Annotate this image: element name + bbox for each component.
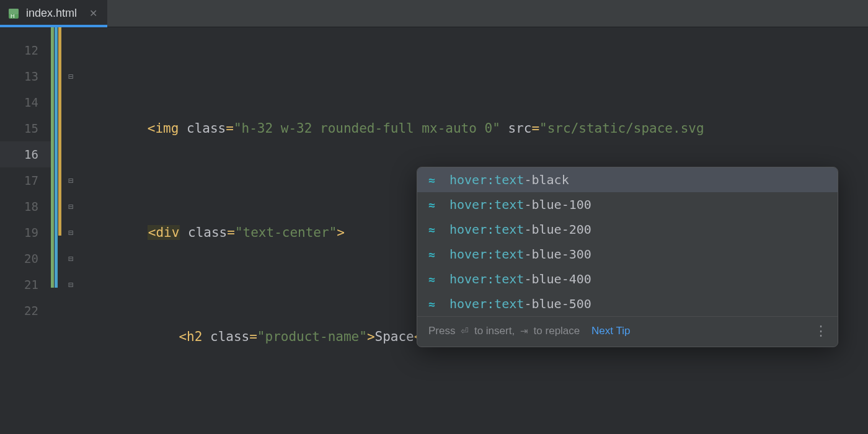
tab-key-icon: ⇥ xyxy=(520,326,528,337)
more-options-icon[interactable]: ⋮ xyxy=(814,323,829,339)
completion-hint-insert: to insert, xyxy=(474,325,515,337)
tailwind-icon: ≈ xyxy=(428,298,441,311)
line-number: 20 xyxy=(0,246,51,272)
completion-item[interactable]: ≈ hover:text-blue-100 xyxy=(417,192,838,217)
fold-icon[interactable]: ⊟ xyxy=(64,193,77,219)
completion-hint-replace: to replace xyxy=(534,325,580,337)
code-completion-popup[interactable]: ≈ hover:text-black ≈ hover:text-blue-100… xyxy=(417,167,838,347)
editor-tabbar: H index.html ✕ xyxy=(0,0,868,27)
html-file-icon: H xyxy=(7,7,20,20)
indent-guides xyxy=(51,27,64,434)
enter-key-icon: ⏎ xyxy=(461,326,469,337)
line-number: 17 xyxy=(0,167,51,193)
line-number: 15 xyxy=(0,115,51,141)
fold-icon[interactable]: ⊟ xyxy=(64,167,77,193)
editor-tab-index-html[interactable]: H index.html ✕ xyxy=(0,0,107,27)
tab-filename: index.html xyxy=(26,7,77,20)
line-number: 13 xyxy=(0,63,51,89)
fold-column: ⊟ ⊟ ⊟ ⊟ ⊟ ⊟ xyxy=(64,27,77,434)
code-line[interactable]: <img class="h-32 w-32 rounded-full mx-au… xyxy=(77,115,868,141)
line-number: 12 xyxy=(0,37,51,63)
tailwind-icon: ≈ xyxy=(428,223,441,236)
tailwind-icon: ≈ xyxy=(428,198,441,211)
line-number: 22 xyxy=(0,298,51,324)
svg-text:H: H xyxy=(11,13,15,19)
line-number: 16 xyxy=(0,141,51,167)
line-number: 18 xyxy=(0,193,51,219)
completion-item[interactable]: ≈ hover:text-blue-500 xyxy=(417,291,838,316)
code-line[interactable]: <div class="text-gray-600">The integrate… xyxy=(77,428,868,434)
completion-item[interactable]: ≈ hover:text-blue-200 xyxy=(417,217,838,242)
fold-icon[interactable] xyxy=(64,37,77,63)
tailwind-icon: ≈ xyxy=(428,273,441,286)
line-number-gutter: 12 13 14 15 16 17 18 19 20 21 22 xyxy=(0,27,51,434)
close-tab-icon[interactable]: ✕ xyxy=(89,7,97,19)
completion-item[interactable]: ≈ hover:text-blue-300 xyxy=(417,242,838,267)
fold-icon[interactable]: ⊟ xyxy=(64,272,77,298)
line-number: 21 xyxy=(0,272,51,298)
fold-icon[interactable]: ⊟ xyxy=(64,63,77,89)
fold-icon[interactable]: ⊟ xyxy=(64,246,77,272)
completion-item[interactable]: ≈ hover:text-blue-400 xyxy=(417,267,838,291)
completion-item[interactable]: ≈ hover:text-black xyxy=(417,167,838,192)
completion-footer: Press ⏎ to insert, ⇥ to replace Next Tip… xyxy=(417,316,838,347)
fold-icon[interactable]: ⊟ xyxy=(64,219,77,246)
line-number: 19 xyxy=(0,219,51,246)
tailwind-icon: ≈ xyxy=(428,248,441,261)
next-tip-link[interactable]: Next Tip xyxy=(591,325,630,337)
tailwind-icon: ≈ xyxy=(428,174,441,187)
completion-hint-press: Press xyxy=(428,325,455,337)
line-number: 14 xyxy=(0,89,51,115)
